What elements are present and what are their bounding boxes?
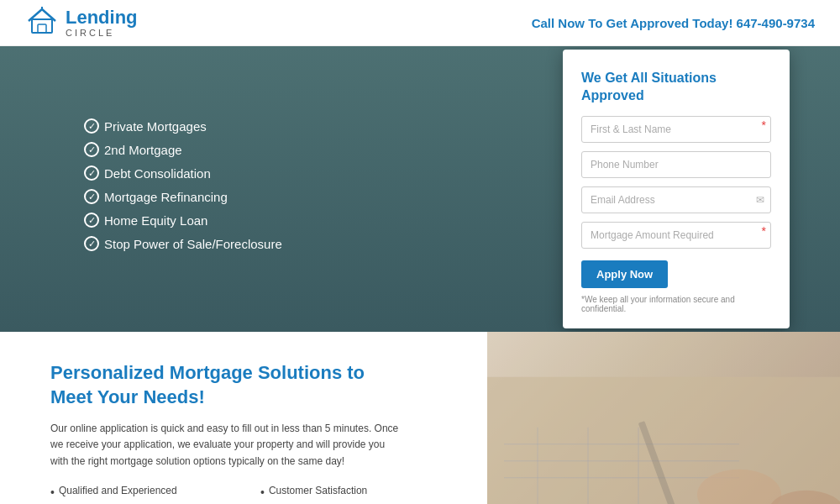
title-line1: Personalized Mortgage Solutions to — [50, 362, 365, 383]
svg-rect-0 — [32, 19, 52, 33]
check-icon: ✓ — [84, 213, 99, 228]
phone-field-group — [581, 151, 771, 178]
amount-field-group: * — [581, 222, 771, 249]
lower-image — [487, 332, 840, 504]
lower-title: Personalized Mortgage Solutions to Meet … — [50, 361, 445, 409]
apply-now-button[interactable]: Apply Now — [581, 260, 668, 288]
check-icon: ✓ — [84, 118, 99, 134]
check-icon: ✓ — [84, 142, 99, 157]
required-indicator: * — [762, 225, 766, 237]
logo-circle: CIRCLE — [66, 28, 138, 38]
list-item: ✓ Stop Power of Sale/Foreclosure — [84, 236, 282, 251]
call-now-text: Call Now To Get Approved Today! — [532, 16, 733, 30]
list-item: ✓ Home Equity Loan — [84, 213, 282, 228]
svg-rect-1 — [38, 24, 46, 33]
feature-item: • Qualified and Experienced — [50, 485, 235, 500]
phone-input[interactable] — [581, 151, 771, 178]
hero-section: ✓ Private Mortgages ✓ 2nd Mortgage ✓ Deb… — [0, 46, 840, 332]
logo-icon — [25, 4, 59, 41]
service-list: ✓ Private Mortgages ✓ 2nd Mortgage ✓ Deb… — [84, 118, 282, 260]
email-input[interactable] — [581, 186, 771, 213]
bullet-icon: • — [50, 485, 55, 500]
lower-section: Personalized Mortgage Solutions to Meet … — [0, 332, 840, 504]
lower-content: Personalized Mortgage Solutions to Meet … — [0, 332, 487, 504]
application-form-card: We Get All Situations Approved * ✉ * App… — [563, 50, 790, 329]
check-icon: ✓ — [84, 165, 99, 181]
title-line2: Meet Your Needs! — [50, 386, 205, 407]
list-item: ✓ 2nd Mortgage — [84, 142, 282, 157]
bullet-icon: • — [260, 485, 265, 500]
amount-input[interactable] — [581, 222, 771, 249]
check-icon: ✓ — [84, 236, 99, 251]
logo-text: Lending CIRCLE — [66, 8, 138, 38]
site-header: Lending CIRCLE Call Now To Get Approved … — [0, 0, 840, 46]
blueprint-image — [487, 332, 840, 504]
privacy-text: *We keep all your information secure and… — [581, 295, 771, 313]
feature-item: • Customer Satisfaction — [260, 485, 445, 500]
check-icon: ✓ — [84, 189, 99, 204]
logo-lending: Lending — [66, 8, 138, 28]
form-title: We Get All Situations Approved — [581, 70, 771, 105]
required-indicator: * — [762, 119, 766, 131]
logo[interactable]: Lending CIRCLE — [25, 4, 138, 41]
lower-description: Our online application is quick and easy… — [50, 421, 403, 470]
email-icon: ✉ — [756, 194, 764, 206]
hero-content: ✓ Private Mortgages ✓ 2nd Mortgage ✓ Deb… — [0, 50, 840, 329]
list-item: ✓ Debt Consolidation — [84, 165, 282, 181]
phone-number[interactable]: 647-490-9734 — [737, 16, 815, 30]
email-field-group: ✉ — [581, 186, 771, 213]
list-item: ✓ Private Mortgages — [84, 118, 282, 134]
name-input[interactable] — [581, 116, 771, 143]
header-call-text: Call Now To Get Approved Today! 647-490-… — [532, 16, 815, 30]
features-grid: • Qualified and Experienced • Customer S… — [50, 485, 445, 504]
list-item: ✓ Mortgage Refinancing — [84, 189, 282, 204]
name-field-group: * — [581, 116, 771, 143]
